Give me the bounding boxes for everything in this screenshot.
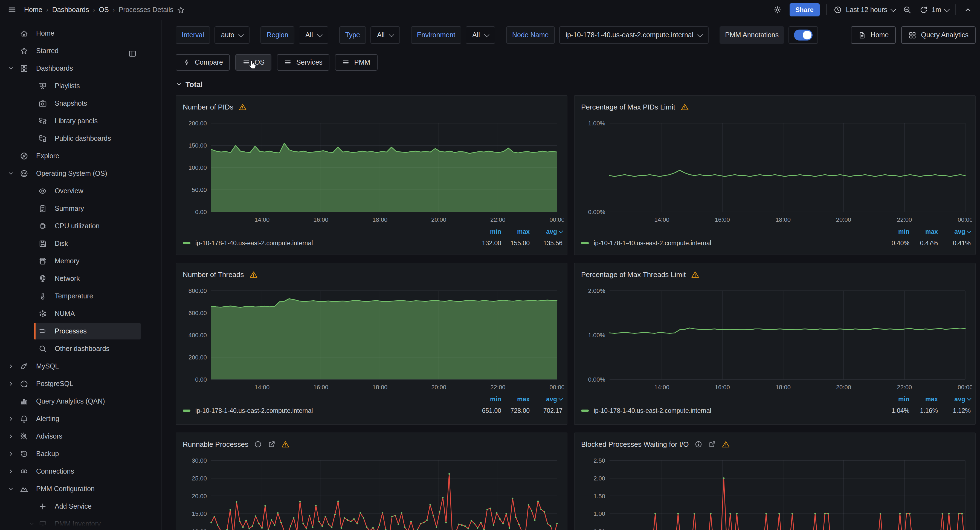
chart-pct_max_threads[interactable]: 2.00%1.00%0.00%14:0016:0018:0020:0022:00… bbox=[579, 283, 972, 393]
series-name[interactable]: ip-10-178-1-40.us-east-2.compute.interna… bbox=[195, 407, 473, 414]
legend-col-min[interactable]: min bbox=[881, 228, 909, 235]
chevron-right-icon[interactable] bbox=[8, 380, 20, 387]
sidebar-item-cpu-utilization[interactable]: CPU utilization bbox=[0, 217, 161, 235]
series-name[interactable]: ip-10-178-1-40.us-east-2.compute.interna… bbox=[195, 240, 473, 246]
sidebar-item-library-panels[interactable]: Library panels bbox=[0, 112, 161, 130]
time-range-picker[interactable]: Last 12 hours bbox=[834, 5, 895, 14]
legend-col-max[interactable]: max bbox=[909, 396, 938, 402]
sidebar-item-explore[interactable]: Explore bbox=[0, 147, 161, 165]
node-name-select[interactable]: ip-10-178-1-40.us-east-2.compute.interna… bbox=[559, 26, 709, 44]
sidebar-item-query-analytics-qan[interactable]: Query Analytics (QAN) bbox=[0, 393, 161, 410]
pmm-button[interactable]: PMM bbox=[335, 54, 377, 71]
panel-external-link-icon[interactable] bbox=[708, 440, 716, 448]
sidebar-item-starred[interactable]: Starred bbox=[0, 42, 161, 60]
chevron-down-icon[interactable] bbox=[8, 170, 20, 177]
collapse-topbar-button[interactable] bbox=[963, 5, 974, 15]
chart-number_of_threads[interactable]: 800.00600.00400.00200.000.0014:0016:0018… bbox=[181, 283, 563, 393]
chart-runnable_processes[interactable]: 30.0025.0020.0015.0010.005.00 bbox=[181, 453, 563, 530]
legend-col-max[interactable]: max bbox=[909, 228, 938, 235]
panel-warning-icon[interactable] bbox=[691, 270, 700, 278]
legend-col-avg[interactable]: avg bbox=[530, 396, 563, 402]
sidebar-item-connections[interactable]: Connections bbox=[0, 463, 161, 480]
sidebar-item-dashboards[interactable]: Dashboards bbox=[0, 60, 161, 77]
panel-warning-icon[interactable] bbox=[239, 103, 247, 111]
services-button[interactable]: Services bbox=[277, 54, 330, 71]
dock-menu-button[interactable] bbox=[128, 49, 137, 58]
chart-pct_max_pids[interactable]: 1.00%0.00%14:0016:0018:0020:0022:0000:00 bbox=[579, 115, 972, 225]
chevron-down-icon bbox=[890, 6, 896, 12]
series-name[interactable]: ip-10-178-1-40.us-east-2.compute.interna… bbox=[594, 240, 881, 246]
sidebar-item-overview[interactable]: Overview bbox=[0, 182, 161, 200]
sidebar-item-add-service[interactable]: Add Service bbox=[0, 498, 161, 515]
sidebar-item-summary[interactable]: Summary bbox=[0, 200, 161, 217]
series-name[interactable]: ip-10-178-1-40.us-east-2.compute.interna… bbox=[594, 407, 881, 414]
sidebar-item-snapshots[interactable]: Snapshots bbox=[0, 95, 161, 112]
os-button[interactable]: OS bbox=[235, 54, 272, 71]
sidebar-item-memory[interactable]: Memory bbox=[0, 252, 161, 270]
legend-col-min[interactable]: min bbox=[473, 228, 501, 235]
sidebar-item-operating-system-os[interactable]: Operating System (OS) bbox=[0, 165, 161, 182]
sidebar-item-backup[interactable]: Backup bbox=[0, 445, 161, 463]
chevron-right-icon[interactable] bbox=[8, 468, 20, 475]
legend-col-avg[interactable]: avg bbox=[938, 396, 971, 402]
legend-col-min[interactable]: min bbox=[473, 396, 501, 402]
panel-info-icon[interactable] bbox=[694, 440, 703, 448]
legend-col-max[interactable]: max bbox=[501, 228, 530, 235]
panel-external-link-icon[interactable] bbox=[267, 440, 276, 448]
legend-col-avg[interactable]: avg bbox=[530, 228, 563, 235]
sidebar-item-other-dashboards[interactable]: Other dashboards bbox=[0, 340, 161, 358]
chart-blocked_processes_io[interactable]: 2.502.001.501.000.50 bbox=[579, 453, 972, 530]
chevron-right-icon[interactable] bbox=[8, 433, 20, 440]
panel-warning-icon[interactable] bbox=[250, 270, 258, 278]
panel-warning-icon[interactable] bbox=[681, 103, 689, 111]
panel-warning-icon[interactable] bbox=[722, 440, 730, 448]
mega-menu-toggle-button[interactable] bbox=[6, 5, 18, 15]
sidebar-item-disk[interactable]: Disk bbox=[0, 235, 161, 252]
chart-number_of_pids[interactable]: 200.00150.00100.0050.000.0014:0016:0018:… bbox=[181, 115, 563, 225]
chevron-right-icon[interactable] bbox=[8, 363, 20, 370]
sidebar-item-alerting[interactable]: Alerting bbox=[0, 410, 161, 428]
row-total-header[interactable]: Total bbox=[176, 79, 975, 90]
sidebar-item-network[interactable]: Network bbox=[0, 270, 161, 287]
legend-col-min[interactable]: min bbox=[881, 396, 909, 402]
chevron-right-icon[interactable] bbox=[8, 415, 20, 422]
pmm-annotations-control: PMM Annotations bbox=[719, 26, 818, 44]
chevron-down-icon[interactable] bbox=[8, 486, 20, 492]
interval-select[interactable]: auto bbox=[215, 26, 250, 44]
region-select[interactable]: All bbox=[299, 26, 328, 44]
list-icon bbox=[284, 59, 292, 66]
chevron-right-icon bbox=[8, 415, 14, 422]
library-icon bbox=[38, 117, 47, 125]
type-select[interactable]: All bbox=[371, 26, 400, 44]
sidebar-item-processes[interactable]: Processes bbox=[0, 322, 161, 340]
sidebar-item-home[interactable]: Home bbox=[0, 25, 161, 42]
query-analytics-link-button[interactable]: Query Analytics bbox=[901, 26, 975, 44]
chevron-down-icon[interactable] bbox=[8, 65, 20, 72]
share-button[interactable]: Share bbox=[789, 3, 820, 16]
legend-col-avg[interactable]: avg bbox=[938, 228, 971, 235]
environment-select[interactable]: All bbox=[466, 26, 495, 44]
sidebar-item-numa[interactable]: NUMA bbox=[0, 305, 161, 322]
refresh-picker[interactable]: 1m bbox=[919, 5, 949, 14]
dashboard-settings-button[interactable] bbox=[772, 5, 783, 15]
home-link-button[interactable]: Home bbox=[851, 26, 896, 44]
panel-warning-icon[interactable] bbox=[281, 440, 290, 448]
panel-info-icon[interactable] bbox=[254, 440, 262, 448]
compare-button[interactable]: Compare bbox=[176, 54, 230, 71]
pmm-annotations-toggle[interactable] bbox=[794, 30, 813, 40]
sidebar-item-pmm-configuration[interactable]: PMM Configuration bbox=[0, 480, 161, 498]
breadcrumb-item-os[interactable]: OS bbox=[99, 6, 109, 14]
chevron-right-icon[interactable] bbox=[8, 450, 20, 457]
breadcrumb-item-dashboards[interactable]: Dashboards bbox=[52, 6, 89, 14]
sidebar-item-advisors[interactable]: Advisors bbox=[0, 428, 161, 445]
legend-col-max[interactable]: max bbox=[501, 396, 530, 402]
breadcrumb-item-home[interactable]: Home bbox=[24, 6, 42, 14]
zoom-out-time-button[interactable] bbox=[902, 5, 912, 15]
breadcrumb-item-processes-details[interactable]: Processes Details bbox=[119, 6, 173, 14]
sidebar-item-postgresql[interactable]: PostgreSQL bbox=[0, 375, 161, 393]
favorite-dashboard-button[interactable] bbox=[177, 6, 185, 14]
sidebar-item-temperature[interactable]: Temperature bbox=[0, 287, 161, 305]
sidebar-item-public-dashboards[interactable]: Public dashboards bbox=[0, 130, 161, 147]
sidebar-item-playlists[interactable]: Playlists bbox=[0, 77, 161, 95]
sidebar-item-mysql[interactable]: MySQL bbox=[0, 358, 161, 375]
